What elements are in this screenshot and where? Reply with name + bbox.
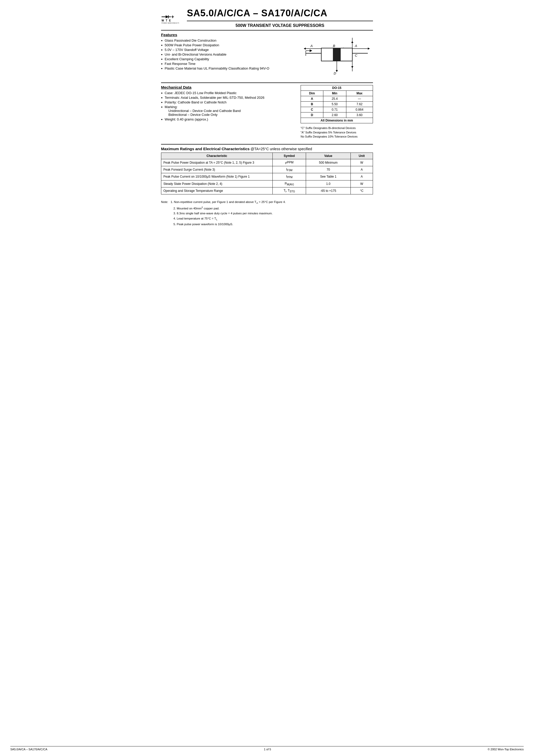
table-row: Peak Pulse Power Dissipation at TA = 25°… [161, 159, 373, 166]
suffix-note-1: "C" Suffix Designates Bi-directional Dev… [301, 126, 373, 130]
table-row: D 2.60 3.60 [301, 113, 373, 118]
list-item: 5.0V – 170V Standoff Voltage [161, 48, 295, 52]
svg-text:W T E: W T E [162, 19, 172, 22]
list-item: Polarity: Cathode Band or Cathode Notch [161, 100, 295, 104]
table-row: B 5.50 7.62 [301, 102, 373, 107]
svg-marker-30 [351, 41, 353, 43]
svg-marker-15 [304, 47, 306, 50]
list-item: Plastic Case Material has UL Flammabilit… [161, 67, 295, 70]
list-item: Fast Response Time [161, 62, 295, 66]
list-item: 500W Peak Pulse Power Dissipation [161, 43, 295, 47]
list-item: Excellent Clamping Capability [161, 57, 295, 61]
suffix-note-2: "A" Suffix Designates 5% Tolerance Devic… [301, 130, 373, 135]
svg-marker-19 [368, 47, 370, 50]
list-item: Marking: Unidirectional – Device Code an… [161, 105, 295, 117]
table-row: Peak Forward Surge Current (Note 3) IFSM… [161, 166, 373, 173]
sub-title: 500W TRANSIENT VOLTAGE SUPPRESSORS [187, 23, 373, 28]
mechanical-title: Mechanical Data [161, 85, 295, 90]
table-row: Peak Pulse Current on 10/1000μS Waveform… [161, 173, 373, 180]
ratings-section: Maximum Ratings and Electrical Character… [161, 147, 373, 195]
table-header-row: Characteristic Symbol Value Unit [161, 152, 373, 159]
note-2: 2. Mounted on 40mm2 copper pad. [161, 207, 220, 210]
wte-logo-icon: W T E POWER SEMICONDUCTORS [161, 12, 179, 24]
notes-section: Note: 1. Non-repetitive current pulse, p… [161, 200, 373, 227]
table-row: Operating and Storage Temperature Range … [161, 187, 373, 194]
diode-diagram-svg: A B A D [303, 35, 370, 76]
ratings-title: Maximum Ratings and Electrical Character… [161, 147, 373, 151]
logo-area: W T E POWER SEMICONDUCTORS [161, 12, 179, 24]
notes-intro: Note: 1. Non-repetitive current pulse, p… [161, 201, 286, 203]
svg-marker-31 [351, 66, 353, 68]
svg-text:POWER SEMICONDUCTORS: POWER SEMICONDUCTORS [162, 22, 179, 24]
svg-marker-1 [166, 15, 168, 18]
svg-text:A: A [355, 44, 357, 48]
features-list: Glass Passivated Die Construction 500W P… [161, 39, 295, 70]
list-item: Uni- and Bi-Directional Versions Availab… [161, 52, 295, 56]
list-item: Glass Passivated Die Construction [161, 39, 295, 42]
list-item: Terminals: Axial Leads, Solderable per M… [161, 96, 295, 99]
svg-rect-24 [333, 48, 341, 61]
ratings-table: Characteristic Symbol Value Unit Peak Pu… [161, 152, 373, 195]
main-title: SA5.0/A/C/CA – SA170/A/C/CA [187, 8, 373, 19]
features-right: A B A D [301, 33, 373, 77]
svg-marker-12 [310, 49, 312, 52]
page-header: W T E POWER SEMICONDUCTORS SA5.0/A/C/CA … [161, 8, 373, 28]
list-item: Weight: 0.40 grams (approx.) [161, 117, 295, 121]
note-4: 4. Lead temperature at 75°C = TL [161, 217, 217, 220]
table-row: C 0.71 0.864 [301, 107, 373, 113]
mechanical-list: Case: JEDEC DO-15 Low Profile Molded Pla… [161, 91, 295, 121]
svg-text:B: B [333, 44, 335, 48]
svg-text:C: C [355, 54, 358, 57]
mechanical-section: Mechanical Data Case: JEDEC DO-15 Low Pr… [161, 85, 373, 139]
diode-diagram: A B A D [303, 35, 370, 77]
svg-text:D: D [334, 71, 336, 75]
note-5: 5. Peak pulse power waveform is 10/1000μ… [161, 223, 233, 226]
features-title: Features [161, 33, 295, 37]
suffix-note-3: No Suffix Designates 10% Tolerance Devic… [301, 134, 373, 139]
features-left: Features Glass Passivated Die Constructi… [161, 33, 295, 77]
table-row: A 25.4 — [301, 96, 373, 102]
note-3: 3. 8.3ms single half sine-wave duty cycl… [161, 212, 273, 215]
mechanical-right: DO-15 Dim Min Max A 25.4 — B 5.50 7.62 C… [301, 85, 373, 139]
svg-text:A: A [310, 44, 313, 48]
list-item: Case: JEDEC DO-15 Low Profile Molded Pla… [161, 91, 295, 95]
mechanical-left: Mechanical Data Case: JEDEC DO-15 Low Pr… [161, 85, 295, 139]
table-row: Steady State Power Dissipation (Note 2, … [161, 180, 373, 187]
title-area: SA5.0/A/C/CA – SA170/A/C/CA 500W TRANSIE… [187, 8, 373, 28]
suffix-notes: "C" Suffix Designates Bi-directional Dev… [301, 126, 373, 139]
features-section: Features Glass Passivated Die Constructi… [161, 33, 373, 77]
do15-table: DO-15 Dim Min Max A 25.4 — B 5.50 7.62 C… [301, 85, 373, 123]
